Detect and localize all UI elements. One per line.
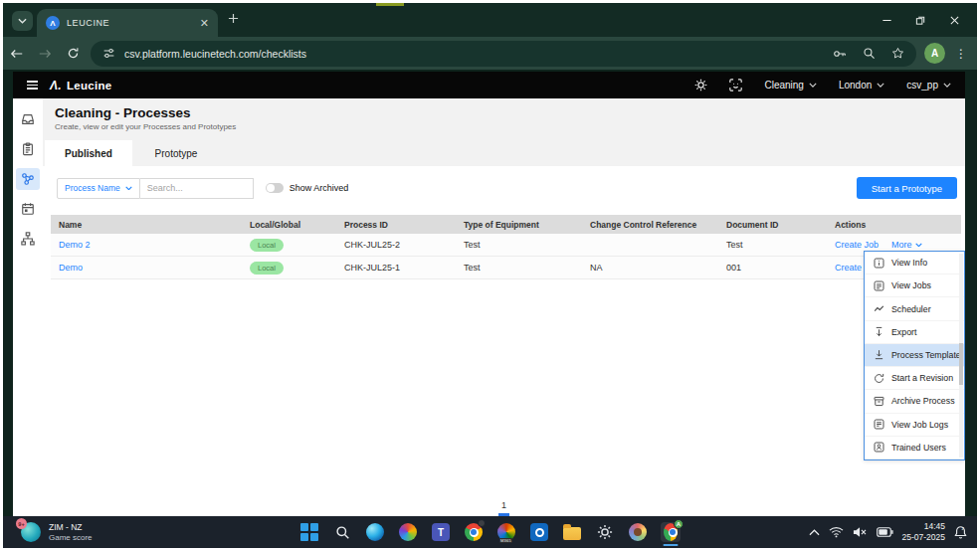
- menu-item-label: View Info: [891, 258, 927, 268]
- new-tab-button[interactable]: [228, 13, 239, 24]
- close-button[interactable]: [937, 10, 971, 30]
- sidebar-item-inbox[interactable]: [16, 108, 40, 130]
- show-archived-label: Show Archived: [290, 183, 349, 193]
- process-name-link[interactable]: Demo: [59, 263, 250, 273]
- browser-tab[interactable]: Λ LEUCINE ✕: [37, 9, 218, 37]
- create-job-link[interactable]: Create Job: [835, 240, 879, 250]
- bookmark-star-icon[interactable]: [891, 47, 904, 60]
- facility-selector[interactable]: London: [839, 80, 884, 91]
- taskbar-teams-button[interactable]: T: [431, 522, 451, 542]
- taskbar-edge-button[interactable]: [365, 522, 385, 542]
- menu-item-view-job-logs[interactable]: View Job Logs: [865, 414, 964, 437]
- search-input[interactable]: [140, 178, 254, 199]
- svg-text:z: z: [962, 525, 965, 531]
- menu-item-view-info[interactable]: View Info: [865, 252, 964, 275]
- taskbar-chrome-button[interactable]: [464, 522, 484, 542]
- tab-close-icon[interactable]: ✕: [200, 18, 209, 29]
- browser-tab-strip: Λ LEUCINE ✕: [3, 3, 977, 37]
- tab-prototype[interactable]: Prototype: [132, 140, 220, 166]
- browser-toolbar: csv.platform.leucinetech.com/checklists …: [3, 37, 977, 70]
- notification-bell-icon[interactable]: z: [954, 525, 967, 539]
- user-menu[interactable]: csv_pp: [906, 80, 951, 91]
- search-zoom-icon[interactable]: [863, 47, 876, 60]
- site-settings-icon[interactable]: [102, 47, 115, 60]
- settings-gear-icon[interactable]: [694, 79, 707, 92]
- back-button[interactable]: [3, 48, 31, 60]
- column-header: Name: [59, 220, 250, 230]
- process-name-link[interactable]: Demo 2: [59, 240, 250, 250]
- wifi-icon[interactable]: [829, 526, 844, 538]
- start-prototype-button[interactable]: Start a Prototype: [857, 177, 957, 199]
- forward-button[interactable]: [31, 48, 59, 60]
- use-case-selector[interactable]: Cleaning: [764, 80, 816, 91]
- table-header-row: Name Local/Global Process ID Type of Equ…: [51, 215, 961, 234]
- taskbar-explorer-button[interactable]: [562, 522, 582, 542]
- menu-item-start-revision[interactable]: Start a Revision: [865, 367, 964, 390]
- trained-users-icon: [874, 442, 884, 453]
- sidebar-item-scheduler[interactable]: [16, 198, 40, 220]
- column-header: Process ID: [344, 220, 464, 230]
- tab-published[interactable]: Published: [45, 140, 132, 166]
- taskbar-clock[interactable]: 14:45 25-07-2025: [902, 521, 945, 543]
- brand-name: Leucine: [67, 80, 112, 92]
- minimize-button[interactable]: [870, 10, 903, 30]
- more-actions-link[interactable]: More: [891, 240, 922, 250]
- tray-chevron-up-icon[interactable]: [809, 529, 820, 536]
- browser-profile-avatar[interactable]: A: [924, 43, 945, 64]
- battery-icon[interactable]: [877, 527, 893, 537]
- filter-field-select[interactable]: Process Name: [57, 178, 140, 199]
- taskbar-office-button[interactable]: [398, 522, 418, 542]
- archive-box-icon: [874, 396, 884, 407]
- menu-item-label: View Job Logs: [891, 420, 948, 430]
- menu-item-trained-users[interactable]: Trained Users: [865, 437, 964, 459]
- plus-icon: [228, 13, 239, 24]
- scan-view-icon[interactable]: [729, 79, 742, 92]
- show-archived-toggle[interactable]: [266, 183, 284, 193]
- hamburger-menu-icon[interactable]: [27, 81, 38, 90]
- job-logs-icon: [874, 419, 884, 430]
- menu-item-label: Start a Revision: [891, 373, 953, 383]
- taskbar-outlook-button[interactable]: [529, 522, 549, 542]
- chevron-down-icon: [18, 18, 27, 24]
- m365-label: M365: [499, 538, 512, 543]
- url-text: csv.platform.leucinetech.com/checklists: [124, 48, 824, 60]
- back-arrow-icon: [10, 48, 24, 60]
- sidebar-item-org[interactable]: [16, 228, 40, 250]
- menu-item-archive-process[interactable]: Archive Process: [865, 390, 964, 413]
- profile-a-badge: A: [674, 519, 684, 529]
- more-label: More: [891, 240, 912, 250]
- taskbar-m365-button[interactable]: M365: [496, 522, 516, 542]
- restore-button[interactable]: [903, 10, 937, 30]
- forward-arrow-icon: [38, 48, 52, 60]
- process-table: Name Local/Global Process ID Type of Equ…: [51, 215, 961, 279]
- password-key-icon[interactable]: [833, 48, 847, 60]
- widget-title: ZIM - NZ: [49, 522, 93, 532]
- sidebar-item-processes[interactable]: [16, 168, 40, 190]
- menu-item-export[interactable]: Export: [865, 321, 964, 344]
- menu-item-process-template[interactable]: Process Template: [865, 344, 964, 367]
- brand-logo[interactable]: Λ. Leucine: [50, 79, 112, 92]
- url-bar[interactable]: csv.platform.leucinetech.com/checklists: [91, 41, 916, 67]
- taskbar-chrome-active-button[interactable]: A: [661, 522, 681, 542]
- volume-muted-icon[interactable]: [853, 526, 868, 538]
- active-app-indicator: [664, 544, 679, 547]
- office-icon: [399, 523, 417, 541]
- start-button[interactable]: [299, 522, 319, 542]
- search-icon: [335, 525, 350, 540]
- menu-item-view-jobs[interactable]: View Jobs: [865, 275, 964, 297]
- menu-scrollbar-thumb[interactable]: [959, 343, 963, 385]
- screen: Λ LEUCINE ✕: [3, 3, 977, 548]
- taskbar-settings-button[interactable]: [595, 522, 615, 542]
- menu-item-scheduler[interactable]: Scheduler: [865, 297, 964, 320]
- tab-search-button[interactable]: [12, 11, 33, 31]
- reload-button[interactable]: [59, 47, 87, 60]
- browser-menu-button[interactable]: ⋮: [955, 47, 967, 61]
- taskbar-paint-button[interactable]: [628, 522, 648, 542]
- taskbar-search-button[interactable]: [332, 522, 352, 542]
- page-number[interactable]: 1: [501, 500, 506, 510]
- clock-time: 14:45: [902, 521, 945, 532]
- sidebar-item-jobs[interactable]: [16, 138, 40, 160]
- clipboard-icon: [21, 142, 35, 156]
- chevron-down-icon: [125, 186, 132, 191]
- taskbar-widget[interactable]: 9+ ZIM - NZ Game score: [21, 522, 93, 542]
